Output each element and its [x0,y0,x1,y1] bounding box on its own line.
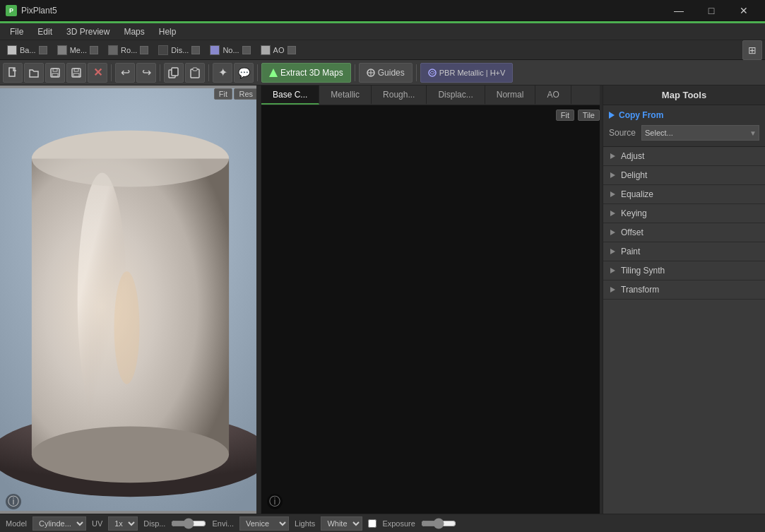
svg-rect-9 [172,68,178,76]
env-select[interactable]: Venice [239,516,289,531]
svg-point-21 [32,427,229,483]
save-button[interactable] [45,63,65,83]
disp-slider[interactable] [171,518,206,529]
channel-tab-ao[interactable]: AO [256,42,300,58]
tiling-synth-label: Tiling Synth [621,266,665,276]
channel-tab-rough[interactable]: Ro... [104,42,153,58]
offset-header[interactable]: Offset [603,223,765,242]
adjust-header[interactable]: Adjust [603,147,765,165]
chat-button[interactable]: 💬 [234,63,254,83]
channel-tab-displace[interactable]: Dis... [154,42,204,58]
viewport-fit-button[interactable]: Fit [214,88,232,100]
app-icon: P [6,5,17,16]
map-canvas: Fit Tile ⓘ [261,105,603,514]
source-select-wrapper: Select... ▼ [641,125,759,141]
tab-normal[interactable]: Normal [485,85,536,105]
svg-rect-3 [52,73,58,76]
menu-3dpreview[interactable]: 3D Preview [59,23,117,40]
tab-metallic[interactable]: Metallic [319,85,372,105]
save-as-button[interactable]: + [66,63,86,83]
tab-displacement[interactable]: Displac... [427,85,485,105]
redo-button[interactable]: ↪ [136,63,156,83]
offset-triangle [610,230,615,235]
map-info-icon[interactable]: ⓘ [267,494,283,509]
cancel-button[interactable]: ✕ [88,63,107,83]
uv-label: UV [92,519,102,528]
tab-roughness[interactable]: Rough... [372,85,427,105]
transform-section: Transform [603,280,765,300]
viewport-drag-handle[interactable] [256,85,261,514]
svg-text:+: + [78,74,81,78]
channel-tab-base[interactable]: Ba... [3,42,52,58]
copy-from-triangle [609,112,615,119]
maximize-button[interactable]: □ [696,0,727,21]
tab-base-color[interactable]: Base C... [261,85,319,105]
equalize-header[interactable]: Equalize [603,185,765,203]
map-tools-title: Map Tools [603,85,765,105]
menu-file[interactable]: File [3,23,30,40]
menu-help[interactable]: Help [152,23,184,40]
adjust-triangle [610,153,615,159]
disp-label: Disp... [143,519,165,528]
source-select[interactable]: Select... [641,125,759,141]
map-fit-button[interactable]: Fit [556,110,574,121]
exposure-label: Exposure [382,519,415,528]
title-text: PixPlant5 [21,6,57,16]
viewport-info-icon[interactable]: ⓘ [6,494,21,509]
equalize-triangle [610,191,615,197]
lights-select[interactable]: White [321,516,362,531]
title-bar: P PixPlant5 — □ ✕ [0,0,765,21]
open-button[interactable] [24,63,44,83]
close-button[interactable]: ✕ [728,0,759,21]
adjust-section: Adjust [603,147,765,166]
map-tile-button[interactable]: Tile [578,110,600,121]
separator-4 [257,64,258,81]
bottom-bar: Model Cylinde... UV 1x Disp... Envi... V… [0,514,765,532]
lights-label: Lights [295,519,315,528]
fullscreen-button[interactable]: ⊞ [742,40,762,60]
copy-from-section: Copy From Source Select... ▼ [603,105,765,147]
equalize-label: Equalize [621,189,653,199]
menu-bar: File Edit 3D Preview Maps Help [0,23,765,40]
keying-label: Keying [621,208,647,218]
extract-3d-maps-button[interactable]: Extract 3D Maps [261,63,351,83]
menu-edit[interactable]: Edit [30,23,59,40]
pbr-preset-button[interactable]: PBR Metallic | H+V [420,63,514,83]
uv-select[interactable]: 1x [108,516,138,531]
svg-point-23 [114,271,140,384]
delight-header[interactable]: Delight [603,166,765,184]
lights-checkbox[interactable] [368,519,376,528]
offset-section: Offset [603,223,765,242]
copy-from-header[interactable]: Copy From [609,108,759,122]
channel-tab-metallic[interactable]: Me... [53,42,102,58]
wand-button[interactable]: ✦ [213,63,232,83]
delight-section: Delight [603,166,765,185]
separator-1 [111,64,112,81]
window-controls: — □ ✕ [663,0,759,21]
menu-maps[interactable]: Maps [117,23,151,40]
copy-button[interactable] [164,63,184,83]
tiling-synth-header[interactable]: Tiling Synth [603,261,765,280]
svg-rect-11 [193,68,197,71]
guides-button[interactable]: Guides [359,63,413,83]
transform-header[interactable]: Transform [603,280,765,299]
map-drag-handle[interactable] [600,85,603,514]
source-row: Source Select... ▼ [609,122,759,143]
tab-ao[interactable]: AO [535,85,571,105]
right-panel: Map Tools Copy From Source Select... ▼ [603,85,765,514]
offset-label: Offset [621,227,644,237]
delight-label: Delight [621,170,647,180]
model-select[interactable]: Cylinde... [32,516,86,531]
new-button[interactable] [3,63,23,83]
undo-button[interactable]: ↩ [115,63,135,83]
keying-header[interactable]: Keying [603,204,765,223]
paint-header[interactable]: Paint [603,242,765,261]
exposure-slider[interactable] [421,518,456,529]
paste-button[interactable] [185,63,205,83]
viewport-res-button[interactable]: Res [234,88,258,100]
title-bar-left: P PixPlant5 [6,5,57,16]
copy-from-label: Copy From [619,110,663,120]
minimize-button[interactable]: — [663,0,694,21]
channel-tab-normal[interactable]: No... [206,42,254,58]
adjust-label: Adjust [621,151,644,161]
